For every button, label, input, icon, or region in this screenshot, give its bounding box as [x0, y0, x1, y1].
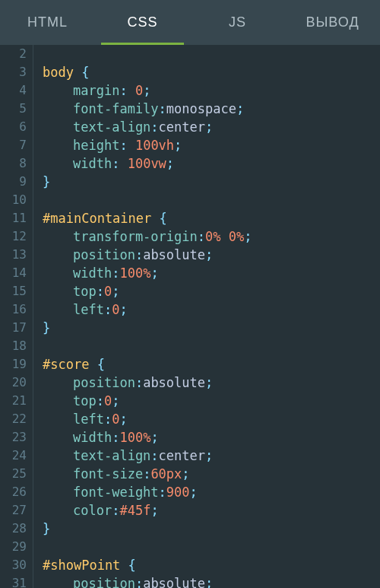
code-line[interactable]: width:100%;: [43, 264, 380, 282]
token-prop: height: [73, 136, 119, 154]
token-num: 0: [104, 392, 112, 410]
line-number: 14: [0, 264, 27, 282]
code-line[interactable]: text-align:center;: [43, 447, 380, 465]
line-number: 6: [0, 118, 27, 136]
tab-css[interactable]: CSS: [95, 0, 190, 45]
code-line[interactable]: height: 100vh;: [43, 136, 380, 154]
tab-html[interactable]: HTML: [0, 0, 95, 45]
line-number: 4: [0, 81, 27, 100]
token-punct: :: [112, 501, 119, 520]
code-line[interactable]: position:absolute;: [43, 373, 380, 392]
token-punct: :: [159, 483, 166, 501]
line-number: 27: [0, 501, 27, 520]
token-sel: #mainContainer: [43, 209, 151, 227]
code-line[interactable]: color:#45f;: [43, 501, 380, 520]
token-val: center: [159, 447, 205, 465]
token-num: 900: [166, 483, 190, 501]
token-punct: :: [159, 100, 166, 118]
code-line[interactable]: [43, 191, 380, 209]
token-sel: body: [43, 63, 74, 81]
token-punct: {: [120, 556, 135, 574]
code-line[interactable]: position:absolute;: [43, 246, 380, 264]
code-editor[interactable]: 2345678910111213141516171819202122232425…: [0, 45, 380, 588]
token-prop: transform-origin: [73, 227, 198, 246]
token-prop: color: [73, 501, 112, 520]
line-number-gutter: 2345678910111213141516171819202122232425…: [0, 45, 33, 588]
line-number: 5: [0, 100, 27, 118]
tab-вывод[interactable]: ВЫВОД: [285, 0, 380, 45]
token-punct: ;: [205, 574, 213, 588]
line-number: 10: [0, 191, 27, 209]
token-prop: font-size: [73, 465, 143, 483]
token-prop: top: [73, 282, 97, 300]
code-line[interactable]: }: [43, 520, 380, 538]
code-line[interactable]: body {: [43, 63, 380, 81]
line-number: 2: [0, 45, 27, 63]
tab-js[interactable]: JS: [190, 0, 285, 45]
token-prop: width: [73, 154, 112, 173]
code-line[interactable]: font-size:60px;: [43, 465, 380, 483]
code-line[interactable]: [43, 538, 380, 556]
token-num: #45f: [119, 501, 150, 520]
token-punct: }: [43, 319, 50, 337]
code-line[interactable]: #score {: [43, 355, 380, 373]
code-line[interactable]: top:0;: [43, 282, 380, 300]
token-prop: text-align: [73, 118, 150, 136]
code-line[interactable]: transform-origin:0% 0%;: [43, 227, 380, 246]
code-area[interactable]: body {margin: 0;font-family:monospace;te…: [33, 45, 380, 588]
line-number: 21: [0, 392, 27, 410]
token-punct: :: [150, 447, 158, 465]
token-punct: :: [135, 246, 143, 264]
token-num: 100%: [119, 264, 150, 282]
token-prop: width: [73, 428, 112, 447]
token-prop: position: [73, 574, 135, 588]
token-punct: ;: [150, 501, 158, 520]
token-prop: left: [73, 410, 104, 428]
code-line[interactable]: [43, 45, 380, 63]
token-prop: left: [73, 300, 104, 319]
token-num: 100%: [119, 428, 150, 447]
token-punct: ;: [143, 81, 150, 100]
token-num: 100vh: [135, 136, 174, 154]
code-line[interactable]: width: 100vw;: [43, 154, 380, 173]
token-punct: ;: [182, 465, 189, 483]
token-num: 0: [104, 282, 112, 300]
code-line[interactable]: position:absolute;: [43, 574, 380, 588]
token-num: 100vw: [128, 154, 166, 173]
code-line[interactable]: left:0;: [43, 410, 380, 428]
token-punct: }: [43, 520, 50, 538]
token-punct: ;: [205, 447, 213, 465]
code-line[interactable]: #showPoint {: [43, 556, 380, 574]
token-val: absolute: [143, 574, 205, 588]
token-punct: ;: [244, 227, 252, 246]
code-line[interactable]: font-weight:900;: [43, 483, 380, 501]
code-line[interactable]: }: [43, 173, 380, 191]
line-number: 23: [0, 428, 27, 447]
code-line[interactable]: }: [43, 319, 380, 337]
token-punct: :: [119, 136, 135, 154]
token-punct: ;: [119, 300, 127, 319]
code-line[interactable]: top:0;: [43, 392, 380, 410]
line-number: 3: [0, 63, 27, 81]
token-punct: ;: [174, 136, 182, 154]
token-punct: ;: [119, 410, 127, 428]
token-punct: :: [135, 373, 143, 392]
code-line[interactable]: [43, 337, 380, 355]
code-line[interactable]: font-family:monospace;: [43, 100, 380, 118]
code-line[interactable]: left:0;: [43, 300, 380, 319]
token-punct: :: [97, 282, 104, 300]
line-number: 17: [0, 319, 27, 337]
token-punct: :: [143, 465, 150, 483]
code-line[interactable]: width:100%;: [43, 428, 380, 447]
token-punct: ;: [205, 118, 213, 136]
token-num: 0% 0%: [205, 227, 244, 246]
line-number: 22: [0, 410, 27, 428]
line-number: 11: [0, 209, 27, 227]
token-punct: :: [112, 428, 119, 447]
token-prop: top: [73, 392, 97, 410]
code-line[interactable]: #mainContainer {: [43, 209, 380, 227]
code-line[interactable]: margin: 0;: [43, 81, 380, 100]
line-number: 29: [0, 538, 27, 556]
token-prop: font-family: [73, 100, 159, 118]
code-line[interactable]: text-align:center;: [43, 118, 380, 136]
